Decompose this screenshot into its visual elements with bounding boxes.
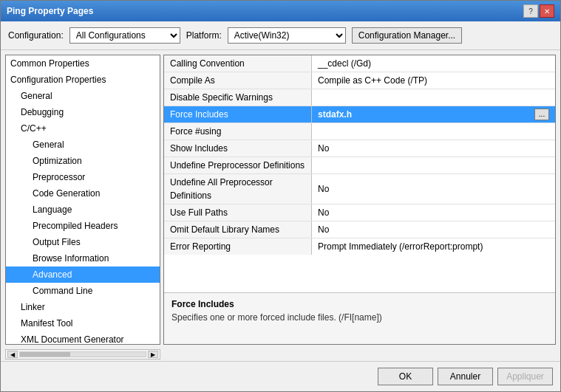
property-name: Compile As: [164, 72, 312, 89]
sidebar-item-optimization[interactable]: Optimization: [6, 153, 160, 169]
property-row[interactable]: Force #using: [164, 123, 555, 140]
property-browse-button[interactable]: ...: [534, 109, 549, 120]
property-value: Compile as C++ Code (/TP): [312, 72, 555, 89]
property-name: Force Includes: [164, 106, 312, 123]
sidebar-item-code-generation[interactable]: Code Generation: [6, 185, 160, 202]
sidebar-item-precompiled-headers[interactable]: Precompiled Headers: [6, 218, 160, 234]
apply-button[interactable]: Appliquer: [497, 368, 553, 385]
property-value: [312, 123, 555, 140]
property-value: [312, 89, 555, 106]
property-row[interactable]: Undefine All Preprocessor DefinitionsNo: [164, 174, 555, 204]
scrollbar-track: [19, 351, 146, 357]
platform-select[interactable]: Active(Win32): [228, 27, 346, 44]
scrollbar-thumb[interactable]: [20, 352, 70, 357]
sidebar-item-browse-information[interactable]: Browse Information: [6, 250, 160, 267]
property-value: No: [312, 204, 555, 221]
title-bar-buttons: ? ✕: [523, 4, 554, 18]
property-value: __cdecl (/Gd): [312, 55, 555, 72]
config-manager-button[interactable]: Configuration Manager...: [352, 27, 462, 44]
property-name: Omit Default Library Names: [164, 221, 312, 238]
ok-button[interactable]: OK: [378, 368, 433, 385]
sidebar-item-command-line[interactable]: Command Line: [6, 283, 160, 299]
sidebar-item-output-files[interactable]: Output Files: [6, 234, 160, 250]
description-title: Force Includes: [171, 299, 548, 309]
property-value: stdafx.h...: [312, 106, 555, 123]
cancel-button[interactable]: Annuler: [438, 368, 493, 385]
property-name: Disable Specific Warnings: [164, 89, 312, 106]
sidebar-item-general[interactable]: General: [6, 88, 160, 104]
property-row[interactable]: Use Full PathsNo: [164, 204, 555, 221]
property-name: Undefine Preprocessor Definitions: [164, 157, 312, 173]
main-window: Ping Property Pages ? ✕ Configuration: A…: [0, 0, 561, 392]
sidebar: Common PropertiesConfiguration Propertie…: [5, 55, 160, 345]
property-row[interactable]: Omit Default Library NamesNo: [164, 221, 555, 238]
property-row[interactable]: Compile AsCompile as C++ Code (/TP): [164, 72, 555, 89]
description-box: Force Includes Specifies one or more for…: [164, 292, 555, 344]
platform-label: Platform:: [186, 30, 222, 41]
title-bar: Ping Property Pages ? ✕: [1, 1, 560, 21]
property-value: Prompt Immediately (/errorReport:prompt): [312, 238, 555, 255]
property-value-text: No: [318, 223, 329, 236]
help-button[interactable]: ?: [523, 4, 538, 18]
property-value-text: No: [318, 206, 329, 219]
property-row[interactable]: Calling Convention__cdecl (/Gd): [164, 55, 555, 72]
property-row[interactable]: Undefine Preprocessor Definitions: [164, 157, 555, 174]
scroll-right-btn[interactable]: ▶: [148, 351, 158, 358]
config-select[interactable]: All Configurations: [69, 27, 180, 44]
property-value-text: stdafx.h: [318, 108, 352, 121]
content-area: Common PropertiesConfiguration Propertie…: [1, 50, 560, 349]
property-name: Use Full Paths: [164, 204, 312, 221]
property-value-text: No: [318, 142, 329, 155]
sidebar-item-language[interactable]: Language: [6, 202, 160, 218]
property-row[interactable]: Disable Specific Warnings: [164, 89, 555, 106]
sidebar-item-common-properties[interactable]: Common Properties: [6, 55, 160, 72]
window-title: Ping Property Pages: [7, 6, 93, 16]
scroll-left-btn[interactable]: ◀: [7, 351, 18, 358]
main-panel: Calling Convention__cdecl (/Gd)Compile A…: [163, 55, 556, 345]
sidebar-item-cpp[interactable]: C/C++: [6, 120, 160, 137]
property-name: Calling Convention: [164, 55, 312, 72]
sidebar-item-linker[interactable]: Linker: [6, 299, 160, 315]
property-row[interactable]: Error ReportingPrompt Immediately (/erro…: [164, 238, 555, 255]
property-row[interactable]: Force Includesstdafx.h...: [164, 106, 555, 123]
property-name: Force #using: [164, 123, 312, 140]
footer: OK Annuler Appliquer: [1, 361, 560, 391]
properties-grid: Calling Convention__cdecl (/Gd)Compile A…: [164, 55, 555, 292]
property-value: No: [312, 174, 555, 204]
config-label: Configuration:: [8, 30, 64, 41]
property-value: No: [312, 221, 555, 238]
property-name: Show Includes: [164, 140, 312, 157]
property-value: [312, 157, 555, 173]
property-name: Undefine All Preprocessor Definitions: [164, 174, 312, 204]
sidebar-item-xml-document-generator[interactable]: XML Document Generator: [6, 331, 160, 345]
property-value-text: Compile as C++ Code (/TP): [318, 74, 427, 87]
property-name: Error Reporting: [164, 238, 312, 255]
property-value: No: [312, 140, 555, 157]
description-text: Specifies one or more forced include fil…: [171, 312, 548, 323]
sidebar-item-cpp-general[interactable]: General: [6, 137, 160, 153]
sidebar-item-manifest-tool[interactable]: Manifest Tool: [6, 315, 160, 331]
property-row[interactable]: Show IncludesNo: [164, 140, 555, 157]
property-value-text: __cdecl (/Gd): [318, 57, 371, 70]
property-value-text: Prompt Immediately (/errorReport:prompt): [318, 240, 483, 253]
sidebar-item-preprocessor[interactable]: Preprocessor: [6, 169, 160, 185]
close-button[interactable]: ✕: [540, 4, 554, 18]
sidebar-item-advanced[interactable]: Advanced: [6, 267, 160, 283]
sidebar-item-configuration-properties[interactable]: Configuration Properties: [6, 72, 160, 88]
property-value-text: No: [318, 182, 329, 196]
sidebar-item-debugging[interactable]: Debugging: [6, 104, 160, 120]
toolbar: Configuration: All Configurations Platfo…: [1, 21, 560, 50]
